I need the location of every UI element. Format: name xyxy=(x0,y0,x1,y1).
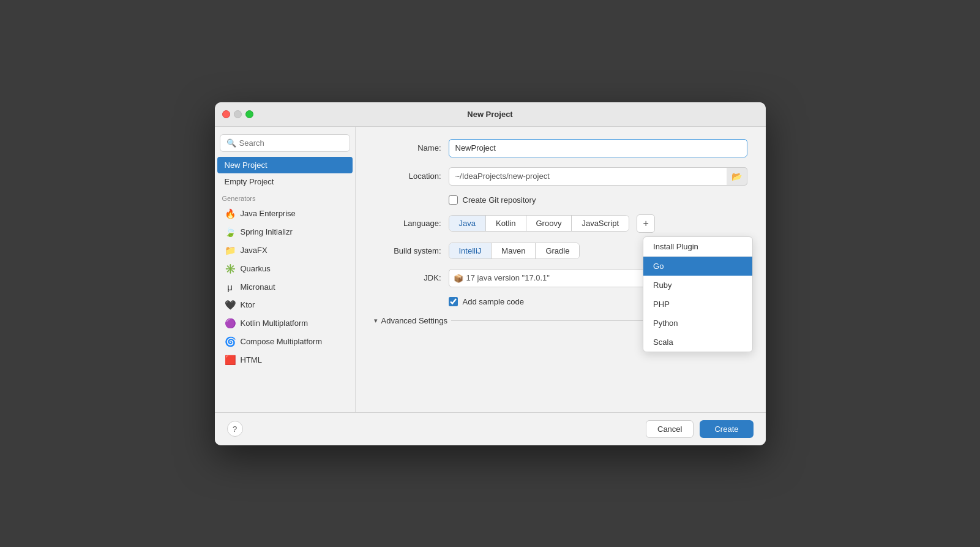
build-system-group: IntelliJ Maven Gradle xyxy=(449,243,580,259)
sidebar-item-ktor[interactable]: 🖤 Ktor xyxy=(217,296,353,314)
dropdown-item-ruby[interactable]: Ruby xyxy=(643,276,752,295)
language-label: Language: xyxy=(374,219,441,228)
help-button[interactable]: ? xyxy=(227,421,243,437)
git-checkbox-label: Create Git repository xyxy=(463,195,536,205)
kotlin-mp-icon: 🟣 xyxy=(225,318,236,329)
build-gradle-button[interactable]: Gradle xyxy=(536,243,579,258)
lang-kotlin-button[interactable]: Kotlin xyxy=(486,216,526,231)
sidebar-item-label-java-enterprise: Java Enterprise xyxy=(241,209,296,218)
title-bar: New Project xyxy=(215,102,766,127)
html-icon: 🟥 xyxy=(225,355,236,366)
dropdown-header: Install Plugin xyxy=(643,237,752,257)
sidebar-item-label-html: HTML xyxy=(241,355,262,364)
folder-icon: 📂 xyxy=(731,172,742,181)
jdk-label: JDK: xyxy=(374,273,441,282)
dropdown-item-python[interactable]: Python xyxy=(643,314,752,333)
sample-code-label: Add sample code xyxy=(463,297,524,306)
spring-icon: 🍃 xyxy=(225,227,236,238)
maximize-button[interactable] xyxy=(245,110,253,118)
sidebar-item-compose-multiplatform[interactable]: 🌀 Compose Multiplatform xyxy=(217,333,353,351)
chevron-right-icon: ▾ xyxy=(374,317,378,325)
java-enterprise-icon: 🔥 xyxy=(225,208,236,219)
sidebar-item-empty-project[interactable]: Empty Project xyxy=(217,173,353,190)
sidebar-item-label-spring: Spring Initializr xyxy=(241,227,293,236)
sidebar-item-javafx[interactable]: 📁 JavaFX xyxy=(217,241,353,260)
main-area: Name: Location: 📂 Create Git repository xyxy=(356,127,766,412)
project-name-input[interactable] xyxy=(449,139,747,157)
ktor-icon: 🖤 xyxy=(225,300,236,311)
location-row: Location: 📂 xyxy=(374,167,747,186)
footer: ? Cancel Create xyxy=(215,412,766,445)
search-icon: 🔍 xyxy=(226,138,236,148)
git-checkbox-row: Create Git repository xyxy=(374,195,747,205)
sidebar-item-html[interactable]: 🟥 HTML xyxy=(217,351,353,369)
new-project-dialog: New Project 🔍 New Project Empty Project … xyxy=(215,102,766,445)
lang-groovy-button[interactable]: Groovy xyxy=(526,216,572,231)
sidebar: 🔍 New Project Empty Project Generators 🔥… xyxy=(215,127,356,412)
browse-folder-button[interactable]: 📂 xyxy=(727,167,747,186)
dialog-title: New Project xyxy=(467,110,512,119)
create-button[interactable]: Create xyxy=(700,420,753,438)
jdk-icon: 📦 xyxy=(454,273,463,282)
cancel-button[interactable]: Cancel xyxy=(646,420,694,438)
sidebar-item-new-project[interactable]: New Project xyxy=(217,157,353,173)
footer-actions: Cancel Create xyxy=(646,420,754,438)
build-label: Build system: xyxy=(374,246,441,255)
sidebar-item-label-javafx: JavaFX xyxy=(241,246,267,255)
location-input[interactable] xyxy=(449,167,747,186)
sidebar-item-java-enterprise[interactable]: 🔥 Java Enterprise xyxy=(217,205,353,223)
generators-label: Generators xyxy=(215,190,355,205)
name-label: Name: xyxy=(374,143,441,153)
build-maven-button[interactable]: Maven xyxy=(492,243,536,258)
close-button[interactable] xyxy=(222,110,230,118)
install-plugin-dropdown: Install Plugin Go Ruby PHP Python Scala xyxy=(643,236,753,352)
quarkus-icon: ✳️ xyxy=(225,263,236,274)
sidebar-item-label-kotlin-mp: Kotlin Multiplatform xyxy=(241,319,309,328)
dropdown-item-php[interactable]: PHP xyxy=(643,295,752,314)
traffic-lights xyxy=(222,110,253,118)
sidebar-item-label-empty-project: Empty Project xyxy=(225,177,274,186)
git-checkbox[interactable] xyxy=(449,195,458,205)
search-box[interactable]: 🔍 xyxy=(220,134,350,152)
dropdown-item-scala[interactable]: Scala xyxy=(643,333,752,352)
location-label: Location: xyxy=(374,172,441,181)
compose-icon: 🌀 xyxy=(225,336,236,347)
lang-javascript-button[interactable]: JavaScript xyxy=(572,216,629,231)
search-input[interactable] xyxy=(239,138,343,148)
javafx-icon: 📁 xyxy=(225,245,236,256)
sidebar-item-label-new-project: New Project xyxy=(225,160,267,170)
language-row: Language: Java Kotlin Groovy JavaScript … xyxy=(374,214,747,233)
sidebar-item-label-micronaut: Micronaut xyxy=(241,282,275,292)
sidebar-item-label-ktor: Ktor xyxy=(241,300,255,309)
name-row: Name: xyxy=(374,139,747,157)
sidebar-item-kotlin-multiplatform[interactable]: 🟣 Kotlin Multiplatform xyxy=(217,314,353,333)
footer-left: ? xyxy=(227,421,243,437)
sidebar-item-spring-initializr[interactable]: 🍃 Spring Initializr xyxy=(217,223,353,241)
advanced-settings-label: Advanced Settings xyxy=(381,316,447,325)
sidebar-item-micronaut[interactable]: μ Micronaut xyxy=(217,278,353,296)
plus-icon: + xyxy=(643,218,648,229)
lang-java-button[interactable]: Java xyxy=(449,216,486,231)
help-icon: ? xyxy=(233,424,237,434)
build-intellij-button[interactable]: IntelliJ xyxy=(449,243,492,258)
plus-wrapper: + Install Plugin Go Ruby PHP Python Scal… xyxy=(637,214,655,233)
language-group: Java Kotlin Groovy JavaScript xyxy=(449,215,630,232)
dialog-content: 🔍 New Project Empty Project Generators 🔥… xyxy=(215,127,766,412)
dropdown-item-go[interactable]: Go xyxy=(643,257,752,276)
micronaut-icon: μ xyxy=(225,282,236,292)
location-wrapper: 📂 xyxy=(449,167,747,186)
sidebar-item-label-quarkus: Quarkus xyxy=(241,264,271,273)
sidebar-item-label-compose: Compose Multiplatform xyxy=(241,337,323,346)
add-language-button[interactable]: + xyxy=(637,214,655,233)
sidebar-item-quarkus[interactable]: ✳️ Quarkus xyxy=(217,260,353,278)
minimize-button[interactable] xyxy=(234,110,242,118)
sample-code-checkbox[interactable] xyxy=(449,297,458,306)
